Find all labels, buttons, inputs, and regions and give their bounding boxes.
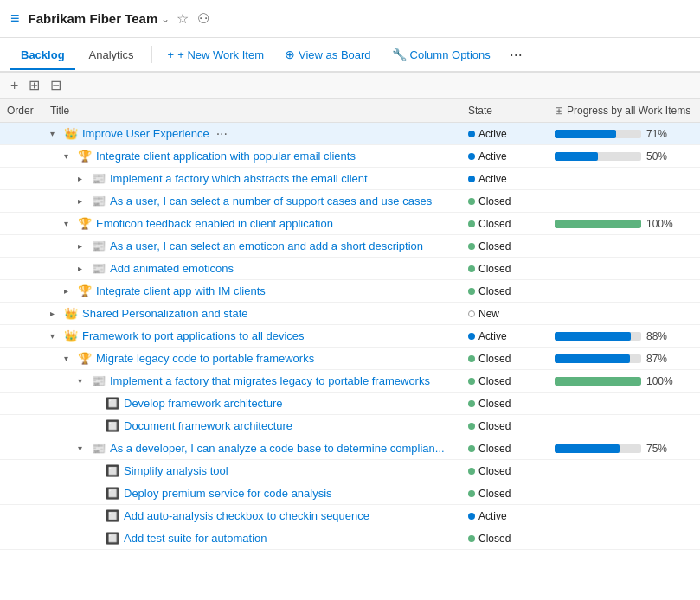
progress-bar-fill <box>555 444 620 453</box>
state-label: Active <box>478 150 507 163</box>
item-title-text[interactable]: Add test suite for automation <box>124 532 267 545</box>
item-title-cell: ▾👑Framework to port applications to all … <box>50 329 468 342</box>
item-title-text[interactable]: Migrate legacy code to portable framewor… <box>96 352 314 365</box>
table-row[interactable]: ▾👑Improve User Experience···Active71% <box>0 123 700 145</box>
item-title-text[interactable]: As a user, I can select an emoticon and … <box>110 239 423 252</box>
expand-chevron-icon[interactable]: ▸ <box>78 264 88 273</box>
item-title-text[interactable]: Shared Personalization and state <box>82 307 248 320</box>
epic-icon: 👑 <box>64 307 78 320</box>
expand-chevron-icon[interactable]: ▸ <box>64 286 74 296</box>
item-title-text[interactable]: Document framework architecture <box>124 419 292 432</box>
toolbar: + ⊞ ⊟ <box>0 73 700 99</box>
table-row[interactable]: 🔲Add test suite for automationClosed <box>0 527 700 550</box>
progress-col-icon: ⊞ <box>555 105 563 117</box>
table-row[interactable]: ▾🏆Migrate legacy code to portable framew… <box>0 348 700 370</box>
hamburger-icon[interactable]: ≡ <box>10 10 20 28</box>
state-label: Closed <box>478 375 511 387</box>
table-row[interactable]: ▾👑Framework to port applications to all … <box>0 325 700 348</box>
table-row[interactable]: ▾📰Implement a factory that migrates lega… <box>0 370 700 393</box>
progress-percent-label: 50% <box>646 150 671 163</box>
item-title-text[interactable]: Implement a factory that migrates legacy… <box>110 374 430 387</box>
expand-chevron-icon[interactable]: ▾ <box>64 354 74 363</box>
progress-bar-fill <box>555 332 631 341</box>
item-state-cell: Active <box>468 150 555 163</box>
table-row[interactable]: 🔲Simplify analysis toolClosed <box>0 460 700 482</box>
expand-chevron-icon[interactable]: ▸ <box>78 196 88 206</box>
item-state-cell: Closed <box>468 375 555 387</box>
item-title-text[interactable]: As a developer, I can analyze a code bas… <box>110 442 445 455</box>
add-row-button[interactable]: + <box>7 76 22 95</box>
item-title-cell: ▾👑Improve User Experience··· <box>50 126 468 142</box>
item-title-text[interactable]: Deploy premium service for code analysis <box>124 487 332 500</box>
expand-chevron-icon[interactable]: ▾ <box>50 129 61 138</box>
table-row[interactable]: 🔲Add auto-analysis checkbox to checkin s… <box>0 505 700 527</box>
state-label: Closed <box>478 195 511 207</box>
item-title-text[interactable]: Improve User Experience <box>82 127 209 140</box>
tab-backlog[interactable]: Backlog <box>10 41 75 70</box>
state-label: New <box>478 308 499 320</box>
item-title-text[interactable]: As a user, I can select a number of supp… <box>110 195 432 207</box>
table-row[interactable]: ▾🏆Emoticon feedback enabled in client ap… <box>0 213 700 235</box>
collapse-button[interactable]: ⊟ <box>47 75 65 95</box>
table-row[interactable]: ▸📰As a user, I can select an emoticon an… <box>0 235 700 258</box>
star-icon[interactable]: ☆ <box>177 10 189 27</box>
item-state-cell: Closed <box>468 488 555 500</box>
state-dot-icon <box>468 333 475 340</box>
tab-analytics[interactable]: Analytics <box>79 41 144 70</box>
expand-chevron-icon[interactable]: ▾ <box>78 444 88 453</box>
table-row[interactable]: ▸📰As a user, I can select a number of su… <box>0 190 700 213</box>
new-work-item-button[interactable]: + + New Work Item <box>159 43 273 67</box>
progress-bar-fill <box>555 220 641 228</box>
progress-bar-bg <box>555 444 641 453</box>
expand-chevron-icon[interactable]: ▾ <box>50 331 61 341</box>
feature-icon: 🏆 <box>78 352 92 365</box>
expand-chevron-icon[interactable]: ▸ <box>78 174 88 183</box>
item-title-cell: ▾🏆Migrate legacy code to portable framew… <box>50 352 468 365</box>
item-title-cell: 🔲Develop framework architecture <box>50 397 468 410</box>
state-col-header: State <box>468 105 555 117</box>
expand-chevron-icon[interactable]: ▾ <box>78 376 88 386</box>
item-title-text[interactable]: Implement a factory which abstracts the … <box>110 172 368 185</box>
table-row[interactable]: ▾🏆Integrate client application with popu… <box>0 145 700 168</box>
item-title-text[interactable]: Framework to port applications to all de… <box>82 329 305 342</box>
state-dot-icon <box>468 535 475 542</box>
item-title-text[interactable]: Integrate client application with popula… <box>96 150 356 163</box>
state-dot-icon <box>468 220 475 227</box>
state-dot-icon <box>468 198 475 205</box>
table-row[interactable]: 🔲Document framework architectureClosed <box>0 415 700 437</box>
table-row[interactable]: ▸👑Shared Personalization and stateNew <box>0 303 700 325</box>
expand-chevron-icon[interactable]: ▸ <box>78 241 88 251</box>
column-options-button[interactable]: 🔧 Column Options <box>383 42 499 67</box>
state-dot-icon <box>468 153 475 160</box>
expand-chevron-icon[interactable]: ▸ <box>50 309 61 318</box>
item-state-cell: Closed <box>468 398 555 410</box>
state-dot-icon <box>468 131 475 137</box>
state-label: Active <box>478 330 507 342</box>
state-label: Closed <box>478 533 511 545</box>
table-row[interactable]: ▸🏆Integrate client app with IM clientsCl… <box>0 280 700 303</box>
item-title-text[interactable]: Add animated emoticons <box>110 262 234 275</box>
feature-icon: 🏆 <box>78 150 92 163</box>
view-as-board-button[interactable]: ⊕ View as Board <box>276 42 380 67</box>
item-progress-cell: 75% <box>555 443 693 455</box>
table-row[interactable]: ▾📰As a developer, I can analyze a code b… <box>0 437 700 460</box>
plus-icon: + <box>168 48 175 61</box>
item-title-text[interactable]: Simplify analysis tool <box>124 464 228 477</box>
expand-chevron-icon[interactable]: ▾ <box>64 219 74 228</box>
expand-chevron-icon[interactable]: ▾ <box>64 151 74 161</box>
item-title-cell: ▸📰Implement a factory which abstracts th… <box>50 172 468 185</box>
table-row[interactable]: 🔲Deploy premium service for code analysi… <box>0 482 700 505</box>
more-options-button[interactable]: ··· <box>503 42 530 67</box>
table-row[interactable]: ▸📰Implement a factory which abstracts th… <box>0 168 700 190</box>
item-title-text[interactable]: Add auto-analysis checkbox to checkin se… <box>124 509 369 522</box>
expand-button[interactable]: ⊞ <box>25 75 43 95</box>
team-chevron-icon[interactable]: ⌄ <box>161 13 170 25</box>
item-title-text[interactable]: Develop framework architecture <box>124 397 283 410</box>
people-icon[interactable]: ⚇ <box>197 10 209 27</box>
item-context-menu-icon[interactable]: ··· <box>216 126 228 142</box>
table-row[interactable]: 🔲Develop framework architectureClosed <box>0 393 700 415</box>
item-title-text[interactable]: Integrate client app with IM clients <box>96 284 266 297</box>
item-title-text[interactable]: Emoticon feedback enabled in client appl… <box>96 217 333 230</box>
table-row[interactable]: ▸📰Add animated emoticonsClosed <box>0 258 700 280</box>
task-icon: 🔲 <box>106 509 119 522</box>
